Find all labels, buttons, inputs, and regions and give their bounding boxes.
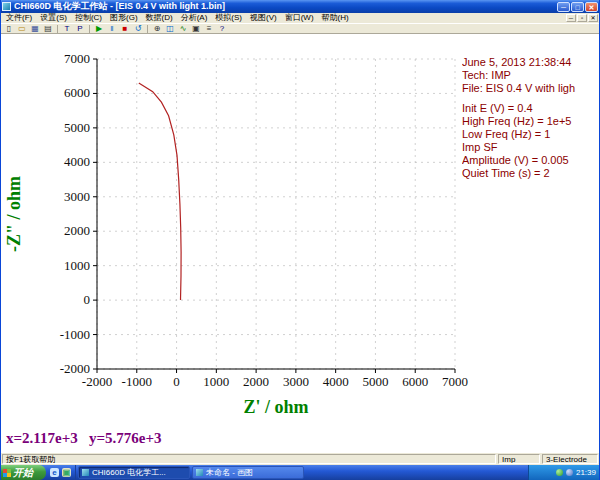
run-icon[interactable]: ▶ <box>93 24 105 33</box>
window-title: CHI660D 电化学工作站 - [EIS 0.4 V with light 1… <box>14 0 557 13</box>
task-label: CHI660D 电化学工... <box>92 467 166 478</box>
technique-icon[interactable]: T <box>61 24 73 33</box>
x-tick-label: -2000 <box>82 374 112 389</box>
x-axis-title: Z' / ohm <box>243 397 308 417</box>
y-tick-label: 4000 <box>64 154 90 169</box>
y-tick-label: -1000 <box>60 327 90 342</box>
info-line-8: Amplitude (V) = 0.005 <box>462 154 600 167</box>
y-axis-title: -Z" / ohm <box>4 176 24 252</box>
start-button[interactable]: 开始 <box>0 465 46 480</box>
menu-item-4[interactable]: 数据(D) <box>142 13 177 23</box>
menu-item-9[interactable]: 帮助(H) <box>318 13 353 23</box>
menu-item-8[interactable]: 窗口(W) <box>281 13 318 23</box>
y-tick-label: 2000 <box>64 223 90 238</box>
info-line-0: June 5, 2013 21:38:44 <box>462 56 600 69</box>
info-line-5: High Freq (Hz) = 1e+5 <box>462 115 600 128</box>
task-label: 未命名 - 画图 <box>206 467 253 478</box>
task-app-icon <box>82 469 89 476</box>
zoom-icon[interactable]: ⊕ <box>151 24 163 33</box>
menu-items: 文件(F)设置(S)控制(C)图形(G)数据(D)分析(A)模拟(S)视图(V)… <box>2 13 353 23</box>
info-line-7: Imp SF <box>462 141 600 154</box>
y-tick-label: 5000 <box>64 120 90 135</box>
experiment-info-panel: June 5, 2013 21:38:44Tech: IMPFile: EIS … <box>462 56 600 180</box>
info-line-2: File: EIS 0.4 V with ligh <box>462 82 600 95</box>
y-tick-label: 7000 <box>64 51 90 66</box>
status-technique-field: Imp <box>498 454 540 464</box>
toolbar-separator <box>57 25 58 33</box>
title-bar[interactable]: CHI660D 电化学工作站 - [EIS 0.4 V with light 1… <box>0 0 600 13</box>
tray-clock: 21:39 <box>576 468 596 477</box>
x-tick-label: 3000 <box>283 374 309 389</box>
x-tick-label: -1000 <box>122 374 152 389</box>
taskbar-task-0[interactable]: CHI660D 电化学工... <box>78 466 190 479</box>
info-line-3 <box>462 95 600 102</box>
mdi-restore-icon[interactable]: ▫ <box>577 14 587 22</box>
eis-curve <box>139 83 181 300</box>
x-tick-label: 1000 <box>203 374 229 389</box>
status-electrode-field: 3-Electrode <box>542 454 598 464</box>
toolbar: ▯▭▦▤TP▶‖■↺⊕◫∿▣≡? <box>0 23 600 34</box>
y-tick-label: 0 <box>84 292 91 307</box>
parameters-icon[interactable]: P <box>74 24 86 33</box>
reverse-icon[interactable]: ↺ <box>132 24 144 33</box>
task-buttons: CHI660D 电化学工...未命名 - 画图 <box>76 465 304 480</box>
info-line-9: Quiet Time (s) = 2 <box>462 167 600 180</box>
antivirus-tray-icon[interactable] <box>556 469 563 476</box>
cursor-coordinate-readout: x=2.117e+3 y=5.776e+3 <box>6 430 161 447</box>
taskbar-task-1[interactable]: 未命名 - 画图 <box>192 466 304 479</box>
y-tick-label: -2000 <box>60 361 90 376</box>
desktop-quicklaunch-icon[interactable]: ▣ <box>62 468 71 477</box>
volume-tray-icon[interactable] <box>566 469 573 476</box>
info-line-1: Tech: IMP <box>462 69 600 82</box>
status-help-text: 按F1获取帮助 <box>2 454 496 464</box>
data-list-icon[interactable]: ≡ <box>203 24 215 33</box>
menu-item-1[interactable]: 设置(S) <box>36 13 71 23</box>
close-icon[interactable]: ✕ <box>585 2 598 12</box>
x-tick-label: 7000 <box>442 374 468 389</box>
windows-flag-icon <box>3 469 11 477</box>
app-icon <box>2 2 11 11</box>
ie-quicklaunch-icon[interactable]: e <box>50 468 59 477</box>
task-app-icon <box>196 469 203 476</box>
mdi-controls: ─ ▫ ✕ <box>566 14 600 22</box>
pause-icon[interactable]: ‖ <box>106 24 118 33</box>
menu-item-7[interactable]: 视图(V) <box>246 13 281 23</box>
menu-bar: 文件(F)设置(S)控制(C)图形(G)数据(D)分析(A)模拟(S)视图(V)… <box>0 13 600 23</box>
y-tick-label: 6000 <box>64 85 90 100</box>
toolbar-separator <box>147 25 148 33</box>
menu-item-3[interactable]: 图形(G) <box>106 13 142 23</box>
x-tick-label: 2000 <box>243 374 269 389</box>
menu-item-2[interactable]: 控制(C) <box>71 13 106 23</box>
windows-taskbar: 开始 e ▣ CHI660D 电化学工...未命名 - 画图 21:39 <box>0 465 600 480</box>
x-tick-label: 0 <box>173 374 180 389</box>
y-tick-label: 1000 <box>64 258 90 273</box>
x-tick-label: 5000 <box>362 374 388 389</box>
save-icon[interactable]: ▦ <box>29 24 41 33</box>
status-bar: 按F1获取帮助 Imp 3-Electrode <box>0 452 600 465</box>
chi660d-window: { "window": { "title": "CHI660D 电化学工作站 -… <box>0 0 600 480</box>
system-tray: 21:39 <box>528 465 600 480</box>
y-tick-label: 3000 <box>64 189 90 204</box>
print-icon[interactable]: ▤ <box>42 24 54 33</box>
mdi-close-icon[interactable]: ✕ <box>588 14 598 22</box>
info-line-4: Init E (V) = 0.4 <box>462 102 600 115</box>
mdi-minimize-icon[interactable]: ─ <box>566 14 576 22</box>
menu-item-5[interactable]: 分析(A) <box>177 13 212 23</box>
x-tick-label: 4000 <box>323 374 349 389</box>
open-file-icon[interactable]: ▭ <box>16 24 28 33</box>
minimize-icon[interactable]: ─ <box>557 2 570 12</box>
x-tick-label: 6000 <box>402 374 428 389</box>
copy-icon[interactable]: ▣ <box>190 24 202 33</box>
quick-launch: e ▣ <box>46 465 76 480</box>
stop-icon[interactable]: ■ <box>119 24 131 33</box>
new-file-icon[interactable]: ▯ <box>3 24 15 33</box>
smooth-icon[interactable]: ∿ <box>177 24 189 33</box>
plot-client-area: -2000-100001000200030004000500060007000-… <box>0 34 600 452</box>
menu-item-0[interactable]: 文件(F) <box>2 13 36 23</box>
help-icon[interactable]: ? <box>216 24 228 33</box>
menu-item-6[interactable]: 模拟(S) <box>211 13 246 23</box>
overlay-icon[interactable]: ◫ <box>164 24 176 33</box>
info-line-6: Low Freq (Hz) = 1 <box>462 128 600 141</box>
start-label: 开始 <box>13 466 33 480</box>
maximize-icon[interactable]: □ <box>571 2 584 12</box>
